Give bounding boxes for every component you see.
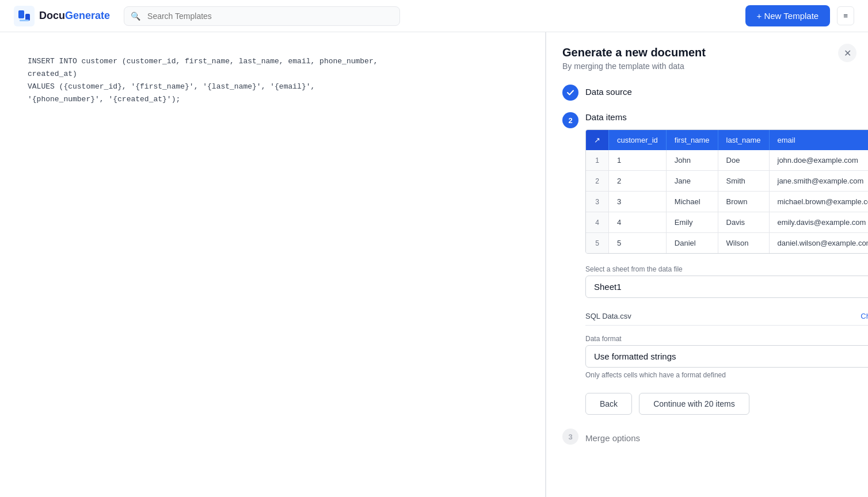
file-row: SQL Data.csv Change bbox=[585, 307, 868, 326]
code-editor-panel: INSERT INTO customer (customer_id, first… bbox=[0, 32, 546, 497]
cell-last-name: Davis bbox=[718, 212, 769, 233]
step-2-section: 2 Data items ↗ customer_id first_name la… bbox=[562, 112, 852, 415]
action-buttons: Back Continue with 20 items bbox=[585, 393, 868, 415]
step-3-badge: 3 bbox=[562, 429, 578, 445]
check-icon bbox=[566, 89, 574, 97]
row-num: 4 bbox=[586, 212, 609, 233]
continue-button[interactable]: Continue with 20 items bbox=[639, 393, 749, 415]
cell-last-name: Smith bbox=[718, 171, 769, 192]
file-name: SQL Data.csv bbox=[585, 312, 631, 320]
app-header: DocuGenerate 🔍 + New Template ≡ bbox=[0, 0, 868, 32]
header-actions: + New Template ≡ bbox=[745, 5, 854, 26]
table-col-last-name: last_name bbox=[718, 130, 769, 150]
logo[interactable]: DocuGenerate bbox=[14, 6, 110, 26]
cell-last-name: Brown bbox=[718, 192, 769, 212]
table-row: 1 1 John Doe john.doe@example.com bbox=[586, 150, 868, 171]
svg-rect-3 bbox=[20, 20, 29, 21]
search-container: 🔍 bbox=[124, 6, 400, 26]
cell-email: michael.brown@example.com bbox=[769, 192, 868, 212]
search-input[interactable] bbox=[124, 6, 400, 26]
cell-first-name: Daniel bbox=[666, 233, 718, 254]
cell-customer-id: 4 bbox=[609, 212, 667, 233]
close-button[interactable]: ✕ bbox=[838, 44, 856, 62]
cell-email: john.doe@example.com bbox=[769, 150, 868, 171]
logo-icon bbox=[14, 6, 35, 26]
step-1-label: Data source bbox=[585, 85, 632, 97]
step-1-badge bbox=[562, 85, 578, 101]
cell-customer-id: 1 bbox=[609, 150, 667, 171]
code-content: INSERT INTO customer (customer_id, first… bbox=[28, 55, 517, 106]
change-file-button[interactable]: Change bbox=[861, 312, 868, 320]
step-3-section: 3 Merge options bbox=[562, 429, 852, 445]
svg-rect-1 bbox=[18, 10, 24, 18]
cell-customer-id: 5 bbox=[609, 233, 667, 254]
format-note: Only affects cells which have a format d… bbox=[585, 371, 868, 379]
row-num: 3 bbox=[586, 192, 609, 212]
main-content: INSERT INTO customer (customer_id, first… bbox=[0, 32, 868, 497]
table-row: 3 3 Michael Brown michael.brown@example.… bbox=[586, 192, 868, 212]
panel-title: Generate a new document bbox=[562, 46, 852, 59]
new-template-button[interactable]: + New Template bbox=[745, 5, 831, 26]
sheet-select[interactable]: Sheet1 ▼ bbox=[585, 276, 868, 298]
cell-email: emily.davis@example.com bbox=[769, 212, 868, 233]
cell-first-name: Michael bbox=[666, 192, 718, 212]
data-format-select[interactable]: Use formatted strings ▼ bbox=[585, 345, 868, 368]
data-table-wrapper: ↗ customer_id first_name last_name email… bbox=[585, 129, 868, 254]
data-format-group: Data format Use formatted strings ▼ Only… bbox=[585, 335, 868, 379]
step-2-badge: 2 bbox=[562, 112, 578, 128]
menu-button[interactable]: ≡ bbox=[837, 6, 854, 25]
table-header-row: ↗ customer_id first_name last_name email bbox=[586, 130, 868, 150]
cell-customer-id: 3 bbox=[609, 192, 667, 212]
table-col-sort: ↗ bbox=[586, 130, 609, 150]
table-col-first-name: first_name bbox=[666, 130, 718, 150]
generate-sidebar: ✕ Generate a new document By merging the… bbox=[546, 32, 868, 497]
cell-last-name: Doe bbox=[718, 150, 769, 171]
sheet-select-label: Select a sheet from the data file bbox=[585, 265, 868, 273]
cell-email: jane.smith@example.com bbox=[769, 171, 868, 192]
cell-last-name: Wilson bbox=[718, 233, 769, 254]
step-3-label: Merge options bbox=[585, 431, 640, 443]
panel-subtitle: By merging the template with data bbox=[562, 62, 852, 71]
table-col-email: email bbox=[769, 130, 868, 150]
cell-customer-id: 2 bbox=[609, 171, 667, 192]
table-row: 5 5 Daniel Wilson daniel.wilson@example.… bbox=[586, 233, 868, 254]
back-button[interactable]: Back bbox=[585, 393, 632, 415]
search-icon: 🔍 bbox=[131, 12, 140, 21]
step-1-section: Data source bbox=[562, 85, 852, 101]
step-2-label: Data items bbox=[585, 110, 627, 122]
cell-first-name: John bbox=[666, 150, 718, 171]
data-format-label: Data format bbox=[585, 335, 868, 343]
data-format-value: Use formatted strings bbox=[586, 346, 868, 367]
data-table: ↗ customer_id first_name last_name email… bbox=[586, 130, 868, 253]
cell-email: daniel.wilson@example.com bbox=[769, 233, 868, 254]
sheet-select-group: Select a sheet from the data file Sheet1… bbox=[585, 265, 868, 298]
sheet-select-value: Sheet1 bbox=[586, 276, 868, 297]
row-num: 2 bbox=[586, 171, 609, 192]
table-col-customer-id: customer_id bbox=[609, 130, 667, 150]
table-row: 2 2 Jane Smith jane.smith@example.com bbox=[586, 171, 868, 192]
table-row: 4 4 Emily Davis emily.davis@example.com bbox=[586, 212, 868, 233]
row-num: 1 bbox=[586, 150, 609, 171]
cell-first-name: Jane bbox=[666, 171, 718, 192]
logo-text: DocuGenerate bbox=[39, 10, 110, 22]
row-num: 5 bbox=[586, 233, 609, 254]
cell-first-name: Emily bbox=[666, 212, 718, 233]
